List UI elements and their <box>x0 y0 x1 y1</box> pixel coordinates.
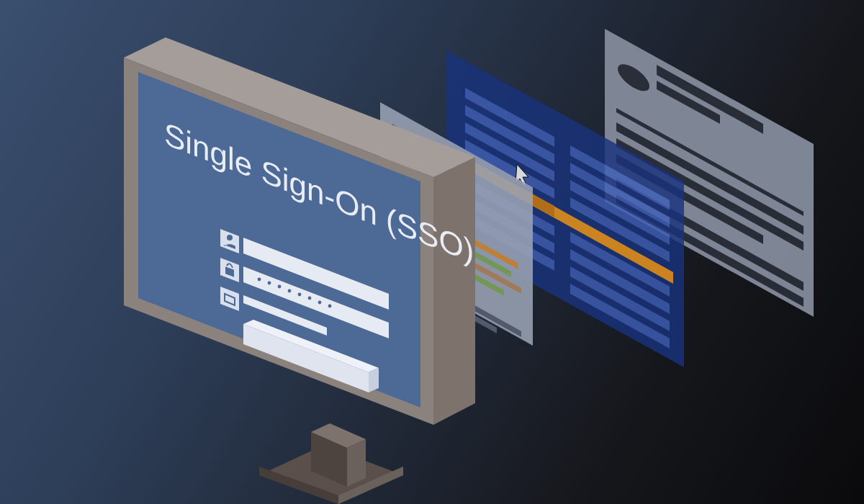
monitor: Single Sign-On (SSO) <box>124 37 475 504</box>
svg-point-66 <box>308 297 312 300</box>
svg-point-61 <box>258 278 261 282</box>
svg-point-63 <box>278 285 282 289</box>
svg-point-67 <box>318 301 322 305</box>
svg-point-68 <box>328 305 332 308</box>
sso-isometric-illustration: Single Sign-On (SSO) <box>0 0 864 504</box>
svg-point-56 <box>227 235 233 240</box>
svg-point-62 <box>268 282 271 285</box>
svg-point-64 <box>288 289 292 293</box>
svg-point-65 <box>298 293 302 297</box>
svg-marker-51 <box>433 157 475 425</box>
